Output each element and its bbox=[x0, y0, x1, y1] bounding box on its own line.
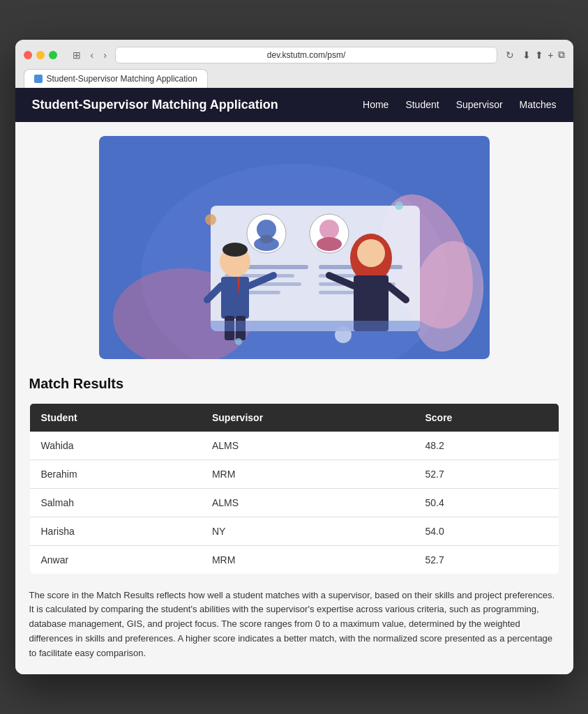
maximize-button[interactable] bbox=[49, 51, 57, 59]
table-row: WahidaALMS48.2 bbox=[29, 432, 559, 460]
close-button[interactable] bbox=[24, 51, 32, 59]
cell-score: 50.4 bbox=[414, 488, 559, 517]
browser-titlebar: ⊞ ‹ › dev.kstutm.com/psm/ ↻ ⬇ ⬆ + ⧉ bbox=[24, 47, 565, 63]
copy-button[interactable]: ⧉ bbox=[558, 49, 565, 61]
cell-supervisor: ALMS bbox=[201, 488, 414, 517]
browser-chrome: ⊞ ‹ › dev.kstutm.com/psm/ ↻ ⬇ ⬆ + ⧉ Stud… bbox=[15, 40, 573, 88]
cell-supervisor: MRM bbox=[201, 459, 414, 488]
back-button[interactable]: ‹ bbox=[88, 48, 97, 62]
nav-home[interactable]: Home bbox=[363, 99, 389, 110]
traffic-lights bbox=[24, 51, 57, 59]
cell-student: Anwar bbox=[29, 545, 201, 574]
address-bar-row: dev.kstutm.com/psm/ ↻ bbox=[115, 47, 517, 63]
svg-point-35 bbox=[395, 202, 403, 210]
cell-student: Harisha bbox=[29, 517, 201, 545]
table-row: HarishaNY54.0 bbox=[29, 517, 559, 545]
cell-supervisor: NY bbox=[201, 517, 414, 545]
nav-student[interactable]: Student bbox=[405, 99, 439, 110]
refresh-button[interactable]: ↻ bbox=[503, 48, 517, 62]
description-text: The score in the Match Results reflects … bbox=[29, 588, 559, 661]
cell-score: 48.2 bbox=[414, 432, 559, 460]
nav-supervisor[interactable]: Supervisor bbox=[456, 99, 503, 110]
tab-label: Student-Supervisor Matching Application bbox=[47, 74, 197, 84]
table-row: BerahimMRM52.7 bbox=[29, 459, 559, 488]
svg-point-12 bbox=[317, 237, 342, 251]
cell-student: Berahim bbox=[29, 459, 201, 488]
table-row: SalmahALMS50.4 bbox=[29, 488, 559, 517]
table-row: AnwarMRM52.7 bbox=[29, 545, 559, 574]
cell-student: Wahida bbox=[29, 432, 201, 460]
col-header-student: Student bbox=[29, 403, 201, 432]
download-button[interactable]: ⬇ bbox=[522, 50, 531, 61]
browser-tab-bar: Student-Supervisor Matching Application bbox=[24, 69, 565, 88]
browser-tab[interactable]: Student-Supervisor Matching Application bbox=[24, 69, 208, 88]
app-nav: Student-Supervisor Matching Application … bbox=[15, 88, 573, 122]
cell-supervisor: MRM bbox=[201, 545, 414, 574]
address-bar[interactable]: dev.kstutm.com/psm/ bbox=[115, 47, 497, 63]
nav-matches[interactable]: Matches bbox=[520, 99, 557, 110]
cell-student: Salmah bbox=[29, 488, 201, 517]
cell-score: 52.7 bbox=[414, 545, 559, 574]
col-header-supervisor: Supervisor bbox=[201, 403, 414, 432]
cell-supervisor: ALMS bbox=[201, 432, 414, 460]
svg-point-11 bbox=[319, 220, 339, 239]
svg-point-34 bbox=[205, 214, 216, 225]
sidebar-toggle-button[interactable]: ⊞ bbox=[70, 48, 84, 62]
svg-rect-22 bbox=[221, 277, 249, 319]
browser-window: ⊞ ‹ › dev.kstutm.com/psm/ ↻ ⬇ ⬆ + ⧉ Stud… bbox=[15, 40, 573, 675]
browser-actions: ⬇ ⬆ + ⧉ bbox=[522, 49, 564, 61]
nav-links: Home Student Supervisor Matches bbox=[363, 99, 556, 110]
hero-image bbox=[99, 136, 490, 359]
share-button[interactable]: ⬆ bbox=[535, 50, 543, 61]
svg-rect-38 bbox=[211, 321, 420, 331]
svg-point-30 bbox=[357, 239, 385, 267]
new-tab-button[interactable]: + bbox=[548, 50, 553, 61]
table-header-row: Student Supervisor Score bbox=[29, 403, 559, 432]
col-header-score: Score bbox=[414, 403, 559, 432]
svg-point-9 bbox=[259, 235, 273, 243]
svg-point-37 bbox=[235, 338, 242, 345]
minimize-button[interactable] bbox=[36, 51, 45, 59]
cell-score: 52.7 bbox=[414, 459, 559, 488]
results-table: Student Supervisor Score WahidaALMS48.2B… bbox=[29, 403, 559, 575]
app-content: Match Results Student Supervisor Score W… bbox=[15, 122, 573, 675]
browser-controls: ⊞ ‹ › bbox=[70, 48, 110, 62]
forward-button[interactable]: › bbox=[100, 48, 110, 62]
tab-favicon bbox=[34, 75, 43, 83]
svg-point-28 bbox=[223, 243, 248, 257]
cell-score: 54.0 bbox=[414, 517, 559, 545]
app-title: Student-Supervisor Matching Application bbox=[32, 98, 278, 112]
section-title: Match Results bbox=[29, 376, 559, 392]
